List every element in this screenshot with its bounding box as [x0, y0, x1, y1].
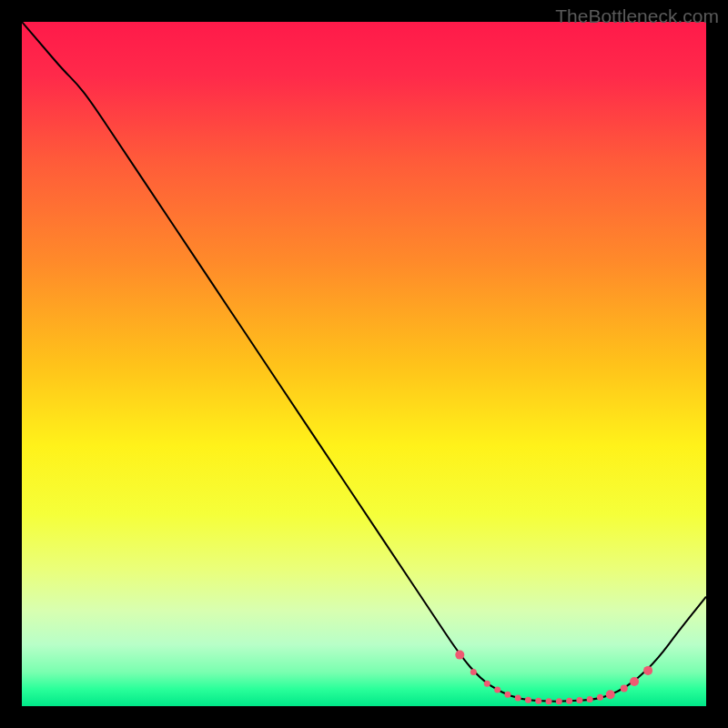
markers-group: [455, 651, 652, 705]
marker-dot: [597, 694, 603, 701]
marker-dot: [606, 690, 615, 699]
marker-dot: [470, 669, 477, 675]
marker-dot: [630, 677, 639, 686]
marker-dot: [515, 694, 521, 701]
marker-dot: [621, 684, 628, 692]
marker-dot: [484, 681, 490, 687]
marker-dot: [556, 698, 562, 704]
marker-dot: [494, 686, 500, 693]
watermark-text: TheBottleneck.com: [555, 5, 719, 27]
marker-dot: [576, 697, 582, 703]
marker-dot: [455, 651, 464, 660]
plot-area: [22, 22, 706, 706]
marker-dot: [566, 698, 572, 704]
chart-svg: [22, 22, 706, 706]
bottleneck-curve: [22, 22, 706, 702]
marker-dot: [643, 666, 652, 675]
marker-dot: [587, 696, 593, 703]
marker-dot: [504, 692, 511, 698]
marker-dot: [525, 697, 531, 703]
marker-dot: [535, 698, 541, 704]
marker-dot: [546, 698, 552, 704]
